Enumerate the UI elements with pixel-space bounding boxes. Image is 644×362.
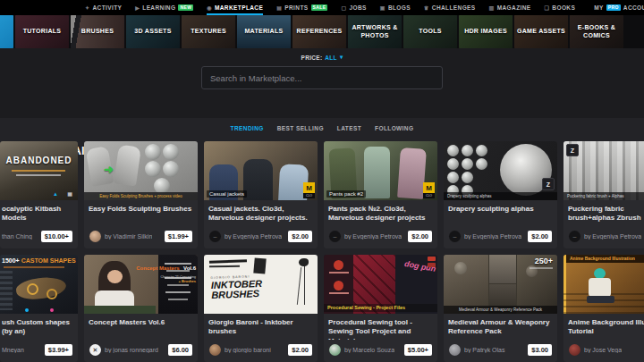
product-card[interactable]: Casual jackets M CLO Casual jackets. Clo… — [204, 141, 318, 248]
tab-textures[interactable]: TEXTURES — [182, 15, 235, 48]
nav-item-activity[interactable]: ✦ACTIVITY — [85, 0, 122, 15]
nav-item-magazine[interactable]: ▥MAGAZINE — [489, 0, 531, 15]
product-author[interactable]: by Vladimir Silkin — [105, 233, 152, 240]
product-title: ocalyptic Kitbash Models — [0, 200, 78, 226]
product-title: Puckering fabric brush+alphas Zbrush — [564, 200, 644, 226]
product-card[interactable]: Z Drapery sculpting alphas Drapery sculp… — [444, 141, 557, 248]
tab-artworks-photos[interactable]: ARTWORKS & PHOTOS — [348, 15, 402, 48]
avatar — [449, 344, 461, 356]
product-card[interactable]: 250+ Medieval Armour & Weaponry Referenc… — [444, 255, 557, 362]
product-author[interactable]: by Patryk Olas — [464, 347, 505, 353]
tab-materials[interactable]: MATERIALS — [237, 15, 291, 48]
tab-label: BRUSHES — [71, 15, 124, 48]
tab-label: ALL — [0, 15, 13, 48]
sort-tab-following[interactable]: FOLLOWING — [375, 125, 413, 138]
tab-game-assets[interactable]: GAME ASSETS — [514, 15, 568, 48]
avatar: – — [209, 231, 221, 242]
product-author[interactable]: by Evgeniya Petrova — [584, 233, 641, 240]
product-title: Pants pack №2. Clo3d, Marvelous designer… — [324, 200, 437, 226]
dot-pink — [50, 308, 54, 312]
product-author[interactable]: by giorgio baroni — [225, 347, 271, 353]
marvelous-clo-badge: M CLO — [423, 182, 435, 198]
product-card[interactable]: ➜ Easy Folds Sculpting Brushes + process… — [84, 141, 198, 248]
nav-item-blogs[interactable]: ▣BLOGS — [380, 0, 411, 15]
category-tabs: ALL TUTORIALS BRUSHES 3D ASSETS TEXTURES… — [0, 15, 644, 48]
product-card[interactable]: Concept Masters Vol.6 Character 2D Conce… — [84, 255, 198, 362]
activity-icon: ✦ — [85, 4, 89, 11]
sort-tab-trending[interactable]: TRENDING — [231, 125, 264, 138]
product-card[interactable]: ABANDONED ▲ ▦ ocalyptic Kitbash Models t… — [0, 141, 78, 248]
brush-stroke — [167, 284, 189, 286]
character-body — [589, 278, 611, 297]
product-author[interactable]: by jonas ronnegard — [105, 347, 158, 353]
armour-photo — [489, 255, 516, 283]
account-menu[interactable]: MY PRO ACCOUNT — [594, 4, 644, 11]
tab-all[interactable]: ALL — [0, 15, 13, 48]
decor-bar — [12, 170, 65, 172]
nav-item-books[interactable]: ❏BOOKS — [545, 0, 576, 15]
price-badge: $1.99+ — [165, 231, 192, 242]
card-footer: ✕ by jonas ronnegard $6.00 — [84, 341, 198, 362]
nav-item-prints[interactable]: ▤PRINTSSALE — [276, 0, 327, 15]
nav-item-challenges[interactable]: ♛CHALLENGES — [424, 0, 476, 15]
tab-label: E-BOOKS & COMICS — [570, 15, 623, 48]
product-card[interactable]: Z Puckering fabric brush + Alphas Pucker… — [564, 141, 644, 248]
sort-tab-best-selling[interactable]: BEST SELLING — [277, 125, 324, 138]
price-badge: $3.99+ — [45, 344, 72, 356]
product-image: Pants pack #2 M CLO — [324, 141, 437, 200]
product-image: Z Puckering fabric brush + Alphas — [564, 141, 644, 200]
grid-row-1: ABANDONED ▲ ▦ ocalyptic Kitbash Models t… — [0, 141, 644, 248]
ink-block — [253, 257, 266, 274]
clo-badge: CLO — [423, 193, 435, 198]
card-footer: – by Evgeniya Petrova $2.00 — [204, 227, 318, 248]
product-author[interactable]: by Evgeniya Petrova — [464, 233, 521, 240]
image-caption: Puckering fabric brush + Alphas — [564, 192, 644, 200]
product-image: 250+ Medieval Armour & Weaponry Referenc… — [444, 255, 557, 314]
product-card[interactable]: GIORGIO BARONI INKTOBER BRUSHES Giorgio … — [204, 255, 318, 362]
tab-brushes[interactable]: BRUSHES — [71, 15, 124, 48]
product-author[interactable]: than Ching — [2, 233, 32, 240]
alpha-sphere — [163, 144, 179, 160]
pants-shape — [397, 147, 427, 199]
tab-ebooks-comics[interactable]: E-BOOKS & COMICS — [570, 15, 623, 48]
my-label: MY — [594, 4, 604, 11]
product-author[interactable]: by Marcelo Souza — [344, 347, 394, 353]
tab-tools[interactable]: TOOLS — [403, 15, 457, 48]
product-author[interactable]: by Evgeniya Petrova — [344, 233, 402, 240]
logo-text-bar — [329, 272, 349, 274]
jobs-icon: ▢ — [341, 4, 346, 11]
product-image: 1500+ CASTOM SHAPES — [0, 255, 78, 314]
nav-item-jobs[interactable]: ▢JOBS — [341, 0, 366, 15]
product-card[interactable]: Pants pack #2 M CLO Pants pack №2. Clo3d… — [324, 141, 437, 248]
nav-label: BOOKS — [552, 4, 575, 11]
tab-hdr-images[interactable]: HDR IMAGES — [459, 15, 513, 48]
product-author[interactable]: by Evgeniya Petrova — [225, 233, 282, 240]
price-badge: $2.00 — [528, 231, 552, 242]
nav-item-learning[interactable]: ▶LEARNINGNEW — [135, 0, 193, 15]
product-author[interactable]: Mneyan — [2, 347, 24, 353]
alpha-sphere — [462, 158, 473, 170]
image-caption: Drapery sculpting alphas — [444, 192, 557, 200]
brush-stroke — [168, 299, 188, 300]
search-input[interactable] — [202, 73, 442, 83]
search-bar — [201, 66, 443, 89]
tab-label: HDR IMAGES — [459, 15, 513, 48]
tab-label: ARTWORKS & PHOTOS — [348, 15, 402, 48]
product-card[interactable]: dog pun Procedural Sewing - Project File… — [324, 255, 437, 362]
nav-item-marketplace[interactable]: ◉MARKETPLACE — [207, 0, 263, 15]
product-card[interactable]: Anime Background Illustration Anime Back… — [564, 255, 644, 362]
nav-label: MAGAZINE — [497, 4, 531, 11]
sort-tab-latest[interactable]: LATEST — [337, 125, 361, 138]
books-icon: ❏ — [545, 4, 550, 11]
decor-bar — [4, 266, 64, 268]
product-card[interactable]: 1500+ CASTOM SHAPES ush Custom shapes (b… — [0, 255, 78, 362]
avatar — [89, 231, 101, 242]
product-author[interactable]: by Jose Vega — [584, 347, 622, 353]
price-filter[interactable]: PRICE: ALL ▾ — [0, 48, 644, 61]
tab-references[interactable]: REFERENCES — [292, 15, 346, 48]
desk-shape — [84, 306, 156, 314]
logo-text-bar — [329, 292, 349, 294]
tab-3d-assets[interactable]: 3D ASSETS — [126, 15, 180, 48]
tab-tutorials[interactable]: TUTORIALS — [15, 15, 69, 48]
zbrush-badge: Z — [566, 144, 579, 156]
